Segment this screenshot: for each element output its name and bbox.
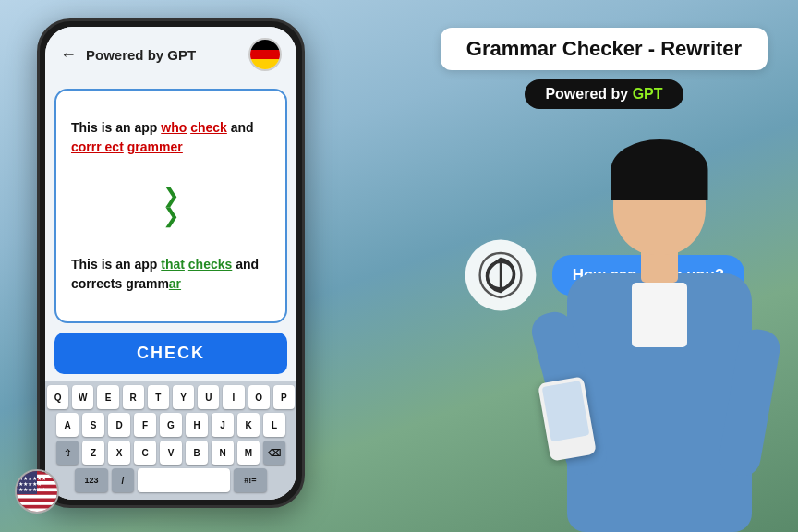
key-w[interactable]: W bbox=[72, 385, 93, 409]
key-123[interactable]: 123 bbox=[75, 468, 108, 492]
key-shift[interactable]: ⇧ bbox=[56, 441, 79, 465]
gpt-label: GPT bbox=[633, 86, 663, 102]
keyboard-row-4: 123 / #!= bbox=[47, 468, 295, 492]
key-k[interactable]: K bbox=[237, 413, 260, 437]
error-grammar: grammer bbox=[127, 139, 183, 154]
key-x[interactable]: X bbox=[108, 441, 130, 465]
key-o[interactable]: O bbox=[248, 385, 270, 409]
grammar-card: This is an app who check and corrr ect g… bbox=[54, 89, 287, 323]
key-l[interactable]: L bbox=[263, 413, 285, 437]
keyboard-row-2: A S D F G H J K L bbox=[47, 413, 295, 437]
key-slash[interactable]: / bbox=[112, 468, 134, 492]
chevron-down-icon: ❯❯ bbox=[71, 186, 271, 226]
error-check: check bbox=[190, 120, 227, 135]
person-figure bbox=[502, 135, 798, 532]
key-y[interactable]: Y bbox=[173, 385, 194, 409]
key-u[interactable]: U bbox=[198, 385, 219, 409]
key-m[interactable]: M bbox=[237, 441, 260, 465]
phone-topbar: ← Powered by GPT bbox=[45, 27, 296, 79]
german-flag-icon[interactable] bbox=[248, 38, 282, 71]
key-e[interactable]: E bbox=[97, 385, 118, 409]
key-b[interactable]: B bbox=[186, 441, 208, 465]
correct-checks: checks bbox=[188, 257, 232, 272]
keyboard-row-1: Q W E R T Y U I O P bbox=[47, 385, 295, 409]
key-z[interactable]: Z bbox=[82, 441, 104, 465]
original-text: This is an app who check and corrr ect g… bbox=[71, 118, 271, 157]
right-panel: Grammar Checker - Rewriter Powered by GP… bbox=[410, 0, 798, 532]
check-button[interactable]: CHECK bbox=[54, 332, 287, 374]
key-j[interactable]: J bbox=[212, 413, 234, 437]
key-c[interactable]: C bbox=[134, 441, 156, 465]
key-backspace[interactable]: ⌫ bbox=[263, 441, 285, 465]
key-q[interactable]: Q bbox=[47, 385, 68, 409]
corrected-text: This is an app that checks and corrects … bbox=[71, 255, 271, 294]
powered-label: Powered by bbox=[545, 86, 632, 102]
correct-that: that bbox=[161, 257, 185, 272]
key-space[interactable] bbox=[138, 468, 230, 492]
key-d[interactable]: D bbox=[108, 413, 130, 437]
key-v[interactable]: V bbox=[160, 441, 182, 465]
key-t[interactable]: T bbox=[148, 385, 169, 409]
key-h[interactable]: H bbox=[186, 413, 208, 437]
svg-rect-4 bbox=[17, 495, 59, 499]
app-title-box: Grammar Checker - Rewriter bbox=[441, 28, 768, 70]
keyboard: Q W E R T Y U I O P A S D F G H bbox=[45, 381, 296, 500]
phone-title: Powered by GPT bbox=[86, 47, 196, 63]
key-i[interactable]: I bbox=[223, 385, 244, 409]
keyboard-row-3: ⇧ Z X C V B N M ⌫ bbox=[47, 441, 295, 465]
key-r[interactable]: R bbox=[123, 385, 144, 409]
key-s[interactable]: S bbox=[82, 413, 104, 437]
correct-ar: ar bbox=[169, 276, 181, 291]
error-who: who bbox=[161, 120, 187, 135]
key-special[interactable]: #!= bbox=[234, 468, 267, 492]
key-n[interactable]: N bbox=[212, 441, 234, 465]
app-title: Grammar Checker - Rewriter bbox=[466, 37, 742, 60]
key-p[interactable]: P bbox=[273, 385, 295, 409]
key-g[interactable]: G bbox=[160, 413, 182, 437]
us-flag-icon[interactable]: ★★★★★★ ★★★★★ ★★★★★★ bbox=[15, 469, 59, 514]
phone-screen: ← Powered by GPT This is an app who chec… bbox=[45, 27, 296, 500]
key-f[interactable]: F bbox=[134, 413, 156, 437]
key-a[interactable]: A bbox=[56, 413, 79, 437]
powered-badge: Powered by GPT bbox=[525, 79, 683, 109]
phone-mockup: ← Powered by GPT This is an app who chec… bbox=[37, 18, 323, 517]
back-arrow-icon[interactable]: ← bbox=[60, 45, 77, 65]
svg-rect-5 bbox=[17, 502, 59, 505]
svg-text:★★★★★★: ★★★★★★ bbox=[18, 487, 46, 492]
error-correct: corrr ect bbox=[71, 139, 124, 154]
phone-body: ← Powered by GPT This is an app who chec… bbox=[37, 18, 305, 508]
